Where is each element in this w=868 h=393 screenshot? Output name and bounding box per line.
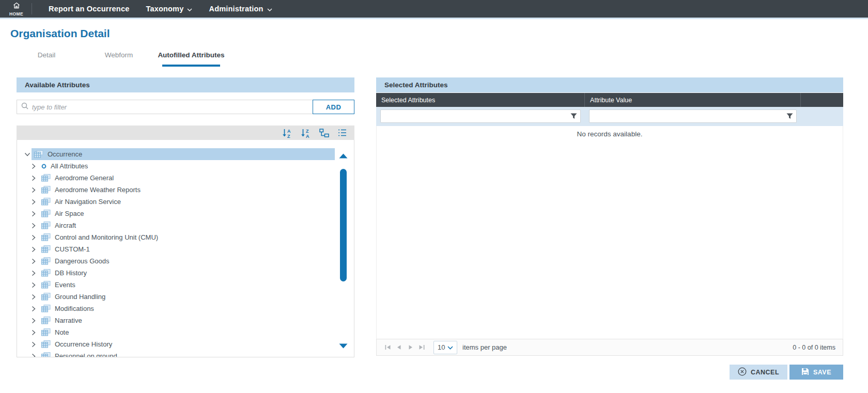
chevron-right-icon[interactable] [32, 234, 39, 241]
chevron-right-icon[interactable] [32, 246, 39, 253]
selected-attributes-filter-input[interactable] [380, 109, 581, 123]
selected-attributes-panel: Selected Attributes Selected Attributes … [376, 77, 843, 356]
cancel-button[interactable]: CANCEL [730, 365, 787, 380]
hierarchy-view-icon[interactable] [319, 129, 329, 137]
table-icon [41, 305, 51, 312]
nav-home-label: HOME [9, 11, 23, 17]
available-filter-row: ADD [17, 100, 354, 114]
chevron-right-icon[interactable] [32, 199, 39, 205]
pagination-bar: 10 items per page 0 - 0 of 0 items [376, 339, 843, 356]
tab-autofilled-attributes[interactable]: Autofilled Attributes [155, 51, 227, 65]
chevron-down-icon [267, 5, 272, 13]
svg-text:A: A [306, 133, 309, 138]
list-view-icon[interactable] [338, 129, 347, 137]
chevron-right-icon[interactable] [32, 294, 39, 300]
chevron-right-icon[interactable] [32, 282, 39, 288]
table-icon [41, 317, 51, 324]
tree-item[interactable]: Aircraft [24, 219, 354, 231]
tree-item[interactable]: Aerodrome Weather Reports [24, 184, 354, 196]
nav-item-taxonomy[interactable]: Taxonomy [146, 5, 192, 13]
chevron-right-icon[interactable] [32, 187, 39, 193]
filter-funnel-icon[interactable] [570, 113, 577, 119]
tree-item[interactable]: Control and Monitoring Unit (CMU) [24, 231, 354, 243]
tree-item[interactable]: Air Space [24, 208, 354, 219]
nav-item-administration[interactable]: Administration [209, 5, 272, 13]
nav-item-report-an-occurrence[interactable]: Report an Occurrence [49, 5, 129, 13]
save-button[interactable]: SAVE [789, 365, 843, 380]
chevron-right-icon[interactable] [32, 258, 39, 264]
sort-ascending-icon[interactable]: A Z [282, 128, 292, 138]
chevron-right-icon[interactable] [32, 175, 39, 181]
last-page-button[interactable] [416, 342, 427, 353]
first-page-button[interactable] [382, 342, 393, 353]
scroll-down-icon[interactable] [339, 343, 348, 349]
table-icon [41, 328, 51, 336]
tree-item-label: Occurrence [48, 150, 82, 158]
table-icon [41, 340, 51, 348]
tree-item[interactable]: Aerodrome General [24, 172, 354, 184]
tree-item-label: All Attributes [51, 162, 88, 170]
attribute-tree: OccurrenceAll AttributesAerodrome Genera… [17, 140, 354, 357]
page-size-dropdown[interactable]: 10 [433, 341, 457, 354]
save-floppy-icon [801, 368, 809, 377]
chevron-right-icon[interactable] [32, 270, 39, 276]
tree-item[interactable]: Occurrence [24, 148, 354, 160]
chevron-down-icon [187, 5, 192, 13]
tree-item[interactable]: CUSTOM-1 [24, 243, 354, 255]
cancel-circle-x-icon [738, 367, 747, 378]
chevron-right-icon[interactable] [32, 318, 39, 324]
chevron-right-icon[interactable] [32, 211, 39, 217]
tab-webform[interactable]: Webform [83, 51, 155, 65]
tree-item[interactable]: Narrative [24, 315, 354, 326]
tab-detail[interactable]: Detail [10, 51, 83, 65]
table-icon [41, 352, 51, 357]
tree-item-label: Air Navigation Service [55, 198, 121, 206]
available-attributes-header: Available Attributes [17, 77, 354, 92]
chevron-down-icon[interactable] [24, 152, 32, 156]
top-navbar: HOME Report an Occurrence Taxonomy Admin… [0, 0, 868, 19]
table-icon [41, 293, 51, 301]
grid-filter-row [376, 107, 843, 126]
next-page-button[interactable] [405, 342, 416, 353]
tree-item[interactable]: Occurrence History [24, 338, 354, 350]
empty-records-message: No records available. [377, 126, 843, 138]
tree-item-label: Note [55, 328, 69, 336]
sort-descending-icon[interactable]: Z A [301, 128, 311, 138]
table-icon [41, 198, 51, 206]
tree-scrollbar-thumb[interactable] [340, 169, 347, 281]
nav-home[interactable]: HOME [0, 0, 32, 18]
chevron-down-icon [447, 343, 453, 351]
tree-item-label: CUSTOM-1 [55, 245, 90, 253]
tab-bar: Detail Webform Autofilled Attributes [10, 51, 868, 65]
add-button[interactable]: ADD [313, 100, 354, 114]
tree-item[interactable]: All Attributes [24, 160, 354, 172]
column-header-actions [801, 93, 843, 107]
chevron-right-icon[interactable] [32, 223, 39, 229]
tree-item[interactable]: Events [24, 279, 354, 291]
tree-item[interactable]: Modifications [24, 303, 354, 315]
chevron-right-icon[interactable] [32, 163, 39, 169]
tree-item-label: Personnel on ground [55, 352, 117, 357]
attribute-value-filter-input[interactable] [589, 109, 797, 123]
tree-item[interactable]: DB History [24, 267, 354, 279]
chevron-right-icon[interactable] [32, 341, 39, 348]
attribute-filter-input[interactable] [32, 103, 308, 111]
tree-item[interactable]: Dangerous Goods [24, 255, 354, 267]
tree-item[interactable]: Note [24, 326, 354, 338]
chevron-right-icon[interactable] [32, 329, 39, 336]
search-icon [21, 102, 28, 112]
tree-item[interactable]: Personnel on ground [24, 350, 354, 357]
column-header-attribute-value: Attribute Value [585, 93, 801, 107]
chevron-right-icon[interactable] [32, 353, 39, 358]
filter-input-wrap [17, 100, 313, 114]
previous-page-button[interactable] [393, 342, 405, 353]
tree-item[interactable]: Air Navigation Service [24, 196, 354, 208]
tree-item[interactable]: Ground Handling [24, 291, 354, 303]
filter-funnel-icon[interactable] [786, 113, 793, 119]
chevron-right-icon[interactable] [32, 306, 39, 312]
home-icon [12, 2, 21, 11]
scroll-up-icon[interactable] [339, 153, 348, 159]
table-icon [41, 269, 51, 277]
svg-text:Z: Z [306, 128, 309, 133]
tree-item-label: Air Space [55, 210, 84, 217]
